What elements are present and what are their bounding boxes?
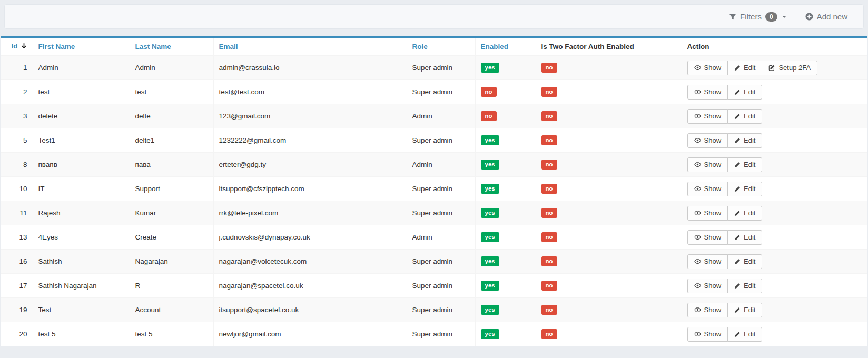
eye-icon xyxy=(694,258,701,265)
pencil-icon xyxy=(734,258,741,265)
cell-email: rrk@tele-pixel.com xyxy=(213,201,407,225)
show-button[interactable]: Show xyxy=(687,109,728,124)
two-factor-badge: no xyxy=(541,256,557,266)
show-button[interactable]: Show xyxy=(687,157,728,172)
cell-role: Admin xyxy=(407,104,475,128)
column-header-id[interactable]: Id xyxy=(1,38,33,56)
filters-button[interactable]: Filters 0 xyxy=(729,12,786,22)
cell-two-factor: no xyxy=(536,201,682,225)
edit-button[interactable]: Edit xyxy=(727,230,762,245)
enabled-badge: yes xyxy=(481,256,499,266)
edit-button[interactable]: Edit xyxy=(727,109,762,124)
show-button[interactable]: Show xyxy=(687,133,728,148)
edit-button[interactable]: Edit xyxy=(727,206,762,221)
filter-funnel-icon xyxy=(729,13,736,21)
pencil-icon xyxy=(734,307,741,313)
edit-button[interactable]: Edit xyxy=(727,182,762,196)
pencil-icon xyxy=(734,89,741,95)
cell-two-factor: no xyxy=(536,298,682,322)
table-header-row: IdFirst NameLast NameEmailRoleEnabledIs … xyxy=(1,38,867,56)
cell-role: Super admin xyxy=(407,128,475,153)
eye-icon xyxy=(694,113,701,120)
cell-enabled: yes xyxy=(475,56,536,80)
edit-button[interactable]: Edit xyxy=(727,254,762,269)
cell-first-name: Test xyxy=(33,298,130,322)
edit-button[interactable]: Edit xyxy=(727,157,762,172)
cell-id: 16 xyxy=(1,250,33,274)
show-button[interactable]: Show xyxy=(687,206,728,221)
eye-icon xyxy=(694,234,701,241)
enabled-badge: yes xyxy=(481,160,499,170)
admin-users-page: Filters 0 Add new IdFirst NameLast NameE… xyxy=(0,4,868,346)
cell-id: 5 xyxy=(1,128,33,153)
enabled-badge: yes xyxy=(481,305,499,315)
action-button-label: Edit xyxy=(744,136,755,145)
column-label-last_name[interactable]: Last Name xyxy=(135,43,171,51)
column-header-role[interactable]: Role xyxy=(407,38,475,56)
eye-icon xyxy=(694,64,701,71)
action-button-group: ShowEdit xyxy=(687,182,763,196)
cell-role: Super admin xyxy=(407,322,475,346)
cell-last-name: R xyxy=(130,274,213,298)
table-row: 10ITSupportitsupport@cfszipptech.comSupe… xyxy=(1,177,867,201)
show-button[interactable]: Show xyxy=(687,303,728,317)
cell-first-name: Admin xyxy=(33,56,130,80)
cell-last-name: Create xyxy=(130,225,213,250)
pencil-icon xyxy=(734,137,741,144)
add-new-button[interactable]: Add new xyxy=(805,12,847,21)
two-factor-badge: no xyxy=(541,184,557,194)
cell-two-factor: no xyxy=(536,104,682,128)
cell-first-name: Rajesh xyxy=(33,201,130,225)
cell-role: Super admin xyxy=(407,201,475,225)
cell-action: ShowEdit xyxy=(682,177,867,201)
cell-action: ShowEdit xyxy=(682,274,867,298)
action-button-group: ShowEdit xyxy=(687,303,763,317)
cell-action: ShowEdit xyxy=(682,80,867,104)
column-header-first_name[interactable]: First Name xyxy=(33,38,130,56)
action-button-label: Show xyxy=(704,330,722,339)
setup-2fa-button[interactable]: Setup 2FA xyxy=(762,61,817,75)
cell-first-name: пвапв xyxy=(33,153,130,177)
column-label-first_name[interactable]: First Name xyxy=(38,43,75,51)
edit-button[interactable]: Edit xyxy=(727,303,762,317)
edit-button[interactable]: Edit xyxy=(727,85,762,100)
cell-action: ShowEdit xyxy=(682,153,867,177)
edit-button[interactable]: Edit xyxy=(727,61,762,75)
action-button-label: Edit xyxy=(744,282,755,290)
column-header-last_name[interactable]: Last Name xyxy=(130,38,213,56)
eye-icon xyxy=(694,88,701,95)
table-body: 1AdminAdminadmin@crassula.ioSuper adminy… xyxy=(1,56,867,346)
cell-first-name: 4Eyes xyxy=(33,225,130,250)
column-label-email[interactable]: Email xyxy=(219,43,238,51)
eye-icon xyxy=(694,137,701,144)
cell-id: 2 xyxy=(1,80,33,104)
cell-two-factor: no xyxy=(536,56,682,80)
show-button[interactable]: Show xyxy=(687,182,728,196)
column-label-enabled[interactable]: Enabled xyxy=(481,43,509,51)
cell-enabled: yes xyxy=(475,128,536,153)
show-button[interactable]: Show xyxy=(687,61,728,75)
cell-email: erteter@gdg.ty xyxy=(213,153,407,177)
enabled-badge: yes xyxy=(481,329,499,339)
column-label-role[interactable]: Role xyxy=(412,43,428,51)
edit-button[interactable]: Edit xyxy=(727,279,762,293)
action-button-label: Show xyxy=(704,136,722,145)
column-header-email[interactable]: Email xyxy=(213,38,407,56)
action-button-group: ShowEdit xyxy=(687,157,763,172)
column-label-id[interactable]: Id xyxy=(12,42,18,50)
cell-last-name: Support xyxy=(130,177,213,201)
edit-button[interactable]: Edit xyxy=(727,133,762,148)
show-button[interactable]: Show xyxy=(687,327,728,342)
column-header-enabled[interactable]: Enabled xyxy=(475,38,536,56)
show-button[interactable]: Show xyxy=(687,230,728,245)
cell-enabled: yes xyxy=(475,298,536,322)
edit-button[interactable]: Edit xyxy=(727,327,762,342)
table-row: 17Sathish NagarajanRnagarajan@spacetel.c… xyxy=(1,274,867,298)
show-button[interactable]: Show xyxy=(687,279,728,293)
show-button[interactable]: Show xyxy=(687,254,728,269)
eye-icon xyxy=(694,306,701,313)
pencil-icon xyxy=(734,331,741,337)
enabled-badge: no xyxy=(481,111,497,121)
show-button[interactable]: Show xyxy=(687,85,728,100)
cell-first-name: IT xyxy=(33,177,130,201)
